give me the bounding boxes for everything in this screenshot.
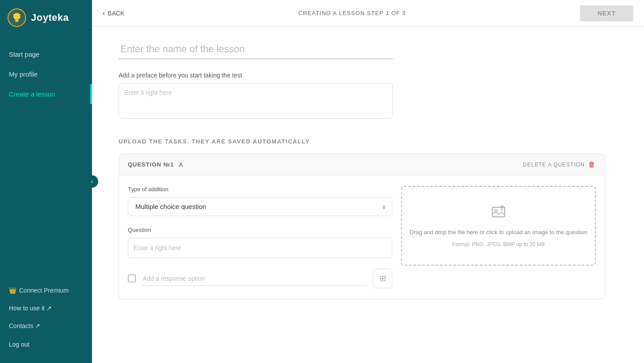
question-card-1: QUESTION №1 ∧ DELETE A QUESTION 🗑 Type o… xyxy=(119,154,605,299)
question-title: QUESTION №1 ∧ xyxy=(128,160,184,169)
logo-text: Joyteka xyxy=(31,12,69,23)
content-area: Add a preface before you start taking th… xyxy=(92,27,644,363)
back-button[interactable]: ‹ BACK xyxy=(103,9,124,17)
svg-rect-8 xyxy=(492,207,505,217)
question-right-panel: Drag and drop the file here or click to … xyxy=(401,186,596,288)
lesson-name-input[interactable] xyxy=(119,40,393,59)
delete-question-button[interactable]: DELETE A QUESTION 🗑 xyxy=(523,161,596,169)
type-dropdown-wrapper: Multiple choice question Single choice q… xyxy=(128,197,392,216)
collapse-icon: ‹ xyxy=(91,178,93,185)
contacts[interactable]: Contacts ↗ xyxy=(0,317,92,335)
upload-format: Format: PNG, JPEG, BMP up to 20 MB xyxy=(452,241,544,247)
svg-line-6 xyxy=(13,14,14,15)
response-text-input[interactable] xyxy=(141,271,368,286)
question-label: Question xyxy=(128,227,392,233)
crown-icon: 👑 xyxy=(9,287,16,294)
logo: Joyteka xyxy=(0,0,92,35)
response-option-1: ⊞ xyxy=(128,269,392,288)
question-left-panel: Type of addition Multiple choice questio… xyxy=(128,186,392,288)
image-add-icon: ⊞ xyxy=(380,274,386,283)
back-arrow-icon: ‹ xyxy=(103,9,105,17)
question-header: QUESTION №1 ∧ DELETE A QUESTION 🗑 xyxy=(119,154,605,175)
trash-icon: 🗑 xyxy=(588,161,596,169)
response-image-button[interactable]: ⊞ xyxy=(373,269,392,288)
sidebar-nav: Start page My profile Create a lesson xyxy=(0,35,92,282)
sidebar-item-start-page[interactable]: Start page xyxy=(0,44,92,64)
image-upload-area[interactable]: Drag and drop the file here or click to … xyxy=(401,186,596,266)
question-body: Type of addition Multiple choice questio… xyxy=(119,175,605,299)
type-dropdown[interactable]: Multiple choice question Single choice q… xyxy=(128,197,392,216)
how-to-use[interactable]: How to use it ↗ xyxy=(0,299,92,317)
sidebar: Joyteka Start page My profile Create a l… xyxy=(0,0,92,363)
response-checkbox[interactable] xyxy=(128,274,136,282)
upload-image-icon xyxy=(491,204,506,224)
next-button[interactable]: NEXT xyxy=(580,5,633,21)
step-info: CREATING A LESSON STEP 1 of 3 xyxy=(299,10,406,16)
sidebar-item-my-profile[interactable]: My profile xyxy=(0,64,92,84)
svg-rect-3 xyxy=(15,20,19,21)
chevron-up-icon[interactable]: ∧ xyxy=(178,160,184,169)
main-content: ‹ BACK CREATING A LESSON STEP 1 of 3 NEX… xyxy=(92,0,644,363)
upload-text: Drag and drop the file here or click to … xyxy=(410,228,587,237)
connect-premium[interactable]: 👑 Connect Premium xyxy=(0,282,92,299)
sidebar-item-create-lesson[interactable]: Create a lesson xyxy=(0,84,92,104)
sidebar-bottom: 👑 Connect Premium How to use it ↗ Contac… xyxy=(0,282,92,363)
collapse-sidebar-button[interactable]: ‹ xyxy=(86,175,98,188)
svg-rect-4 xyxy=(15,21,18,22)
preface-label: Add a preface before you start taking th… xyxy=(119,72,617,79)
svg-point-2 xyxy=(13,13,20,20)
svg-line-7 xyxy=(20,14,20,15)
preface-textarea[interactable] xyxy=(119,83,393,119)
topbar: ‹ BACK CREATING A LESSON STEP 1 of 3 NEX… xyxy=(92,0,644,27)
question-text-input[interactable] xyxy=(128,238,392,258)
upload-section-title: UPLOAD THE TASKS. THEY ARE SAVED AUTOMAT… xyxy=(119,138,617,145)
log-out[interactable]: Log out xyxy=(0,335,92,354)
type-label: Type of addition xyxy=(128,186,392,193)
logo-icon xyxy=(7,8,27,27)
